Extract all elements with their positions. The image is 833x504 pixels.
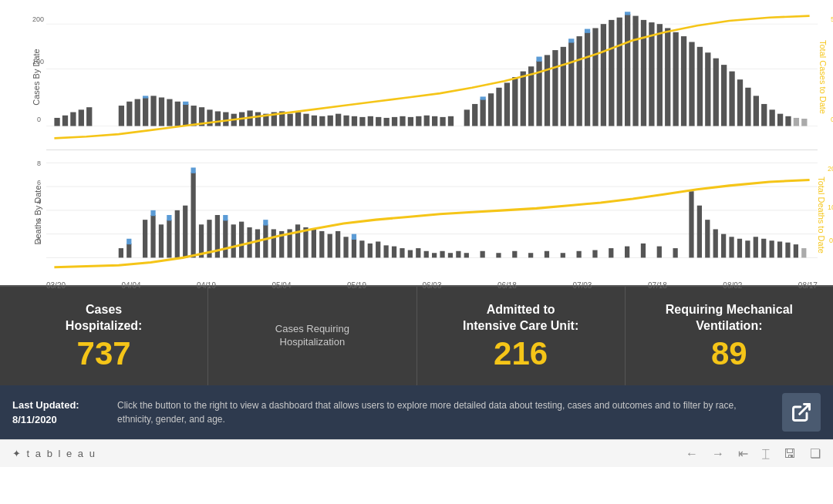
svg-rect-93 bbox=[754, 96, 759, 126]
svg-rect-150 bbox=[432, 253, 437, 257]
svg-rect-181 bbox=[794, 244, 798, 257]
tableau-logo: ✦ t a b l e a u bbox=[12, 448, 96, 459]
y-tick-0-deaths: 0 bbox=[37, 237, 41, 244]
y-tick-200: 200 bbox=[32, 15, 44, 23]
nav-download-icon[interactable]: 🖫 bbox=[784, 447, 796, 461]
svg-rect-143 bbox=[376, 241, 380, 257]
svg-rect-159 bbox=[545, 251, 549, 258]
stat-ventilation: Requiring MechanicalVentilation: 89 bbox=[626, 287, 833, 385]
x-label-0618: 06/18 bbox=[497, 281, 517, 290]
svg-rect-175 bbox=[745, 240, 750, 257]
svg-rect-46 bbox=[408, 117, 413, 126]
deaths-y-axis-right-label: Total Deaths to Date bbox=[817, 176, 826, 254]
svg-rect-88 bbox=[713, 59, 719, 126]
svg-rect-32 bbox=[295, 113, 301, 126]
svg-rect-64 bbox=[545, 55, 550, 126]
stat-icu-value: 216 bbox=[494, 338, 548, 370]
svg-rect-154 bbox=[464, 253, 469, 257]
svg-rect-72 bbox=[592, 28, 598, 126]
nav-first-icon[interactable]: ⇤ bbox=[738, 446, 748, 461]
svg-rect-89 bbox=[721, 65, 727, 126]
svg-rect-44 bbox=[392, 117, 397, 126]
svg-rect-165 bbox=[641, 244, 646, 257]
svg-rect-166 bbox=[657, 247, 662, 258]
nav-back-icon[interactable]: ← bbox=[686, 447, 698, 461]
svg-rect-168 bbox=[689, 191, 693, 257]
footer-updated-date: 8/11/2020 bbox=[12, 414, 57, 425]
svg-rect-55 bbox=[481, 96, 486, 99]
footer-link-icon[interactable] bbox=[782, 393, 821, 432]
svg-rect-59 bbox=[512, 77, 518, 126]
charts-area: Cases By Date Total Cases to Date 200 10… bbox=[0, 0, 833, 285]
svg-rect-87 bbox=[705, 52, 710, 126]
svg-rect-122 bbox=[223, 215, 228, 220]
svg-rect-112 bbox=[167, 220, 171, 257]
tableau-bar: ✦ t a b l e a u ← → ⇤ ⌶ 🖫 ❏ bbox=[0, 439, 833, 467]
svg-rect-123 bbox=[231, 224, 236, 257]
cases-chart-svg bbox=[46, 8, 818, 146]
svg-rect-75 bbox=[617, 18, 622, 126]
svg-rect-94 bbox=[761, 104, 767, 126]
svg-rect-155 bbox=[481, 251, 485, 258]
svg-rect-177 bbox=[761, 239, 766, 258]
svg-rect-158 bbox=[528, 253, 533, 257]
nav-fullscreen-icon[interactable]: ❏ bbox=[810, 446, 821, 461]
nav-forward-icon[interactable]: → bbox=[712, 447, 724, 461]
y-tick-4: 4 bbox=[37, 198, 41, 206]
svg-rect-33 bbox=[303, 114, 309, 126]
x-label-0802: 08/02 bbox=[723, 281, 742, 290]
y-tick-2: 2 bbox=[37, 217, 41, 225]
tableau-nav[interactable]: ← → ⇤ ⌶ 🖫 ❏ bbox=[686, 446, 821, 461]
svg-rect-91 bbox=[737, 79, 743, 126]
stat-icu: Admitted toIntensive Care Unit: 216 bbox=[417, 287, 626, 385]
svg-rect-110 bbox=[150, 210, 155, 216]
svg-rect-58 bbox=[504, 82, 510, 126]
stat-ventilation-value: 89 bbox=[711, 338, 747, 370]
svg-rect-77 bbox=[625, 12, 630, 15]
svg-rect-146 bbox=[400, 248, 404, 257]
svg-rect-23 bbox=[223, 113, 228, 126]
svg-rect-180 bbox=[785, 243, 790, 258]
svg-rect-78 bbox=[632, 16, 638, 126]
svg-rect-83 bbox=[673, 32, 679, 126]
footer-updated: Last Updated: 8/11/2020 bbox=[12, 398, 105, 428]
svg-rect-35 bbox=[319, 116, 325, 126]
footer-updated-label: Last Updated: bbox=[12, 399, 79, 411]
y-tick-200-deaths: 200 bbox=[828, 165, 833, 173]
svg-rect-138 bbox=[343, 237, 348, 257]
svg-rect-84 bbox=[681, 36, 686, 126]
svg-rect-152 bbox=[448, 253, 453, 257]
x-label-0718: 07/18 bbox=[648, 281, 667, 290]
y-tick-0-d2: 0 bbox=[829, 237, 833, 244]
svg-rect-60 bbox=[521, 72, 526, 126]
svg-rect-124 bbox=[239, 222, 244, 258]
svg-rect-132 bbox=[295, 224, 300, 257]
nav-share-icon[interactable]: ⌶ bbox=[762, 447, 770, 461]
svg-rect-31 bbox=[288, 114, 293, 126]
x-label-0519: 05/19 bbox=[347, 281, 366, 290]
svg-rect-74 bbox=[609, 20, 614, 126]
svg-rect-15 bbox=[167, 99, 172, 126]
svg-rect-37 bbox=[336, 114, 341, 126]
svg-rect-22 bbox=[215, 111, 221, 126]
svg-rect-14 bbox=[159, 97, 164, 126]
svg-rect-42 bbox=[376, 117, 381, 126]
footer-bar: Last Updated: 8/11/2020 Click the button… bbox=[0, 385, 833, 439]
svg-rect-141 bbox=[359, 240, 364, 257]
y-tick-100: 100 bbox=[32, 58, 44, 66]
svg-rect-16 bbox=[175, 102, 180, 126]
svg-rect-4 bbox=[62, 116, 68, 126]
svg-line-183 bbox=[800, 405, 810, 415]
svg-rect-92 bbox=[745, 88, 750, 126]
stat-hospitalized-value: 737 bbox=[77, 338, 131, 370]
svg-rect-105 bbox=[119, 248, 123, 257]
svg-rect-136 bbox=[328, 234, 332, 258]
x-label-0703: 07/03 bbox=[572, 281, 592, 290]
svg-rect-169 bbox=[697, 206, 702, 258]
svg-rect-3 bbox=[54, 118, 59, 126]
svg-rect-179 bbox=[777, 241, 782, 257]
x-label-0603: 06/03 bbox=[422, 281, 441, 290]
svg-rect-19 bbox=[191, 106, 197, 126]
svg-rect-151 bbox=[440, 251, 444, 258]
svg-rect-139 bbox=[352, 239, 356, 258]
